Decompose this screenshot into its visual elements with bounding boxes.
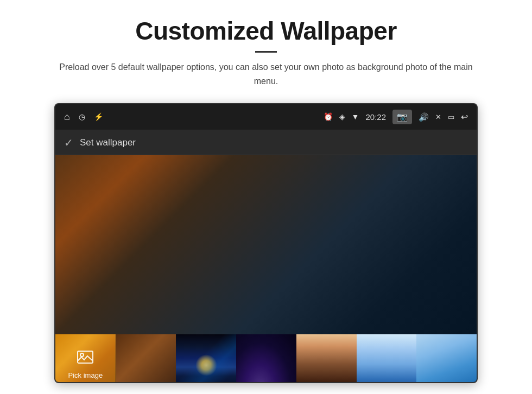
thumbnail-strip: Pick image: [55, 334, 477, 383]
page-title: Customized Wallpaper: [54, 16, 478, 46]
wallpaper-thumb-5[interactable]: [357, 334, 417, 383]
wallpaper-thumb-3[interactable]: [236, 334, 296, 383]
usb-icon: ⚡: [94, 112, 103, 122]
home-icon[interactable]: ⌂: [64, 111, 70, 123]
camera-icon[interactable]: 📷: [392, 110, 412, 124]
wallpaper-thumb-2[interactable]: [176, 334, 236, 383]
status-bar-left: ⌂ ◷ ⚡: [64, 111, 103, 123]
status-bar: ⌂ ◷ ⚡ ⏰ ◈ ▼ 20:22 📷 🔊 ✕ ▭ ↩: [55, 104, 477, 130]
device-frame: ⌂ ◷ ⚡ ⏰ ◈ ▼ 20:22 📷 🔊 ✕ ▭ ↩ ✓ Set wallpa…: [54, 103, 478, 383]
volume-icon[interactable]: 🔊: [419, 112, 429, 122]
wallpaper-preview: [55, 155, 477, 334]
title-divider: [255, 51, 277, 53]
pick-image-label: Pick image: [68, 371, 103, 379]
alarm-icon: ⏰: [324, 112, 333, 122]
svg-rect-0: [78, 351, 93, 363]
window-icon[interactable]: ▭: [448, 113, 454, 122]
page-container: Customized Wallpaper Preload over 5 defa…: [0, 0, 532, 394]
confirm-icon[interactable]: ✓: [64, 136, 73, 149]
page-subtitle: Preload over 5 default wallpaper options…: [54, 60, 478, 88]
svg-point-1: [80, 353, 84, 357]
close-icon[interactable]: ✕: [435, 113, 441, 122]
location-icon: ◈: [339, 112, 345, 122]
clock-icon: ◷: [79, 112, 85, 122]
wallpaper-thumb-4[interactable]: [296, 334, 357, 383]
status-bar-right: ⏰ ◈ ▼ 20:22 📷 🔊 ✕ ▭ ↩: [324, 110, 468, 124]
image-pick-icon: [77, 349, 94, 368]
app-bar: ✓ Set wallpaper: [55, 130, 477, 155]
wifi-icon: ▼: [352, 113, 359, 122]
pick-image-button[interactable]: Pick image: [55, 334, 116, 383]
app-bar-title: Set wallpaper: [80, 137, 136, 148]
wallpaper-thumb-1[interactable]: [116, 334, 176, 383]
title-section: Customized Wallpaper Preload over 5 defa…: [54, 16, 478, 98]
wallpaper-thumb-6[interactable]: [416, 334, 477, 383]
back-icon[interactable]: ↩: [461, 112, 468, 122]
status-time: 20:22: [365, 112, 386, 122]
